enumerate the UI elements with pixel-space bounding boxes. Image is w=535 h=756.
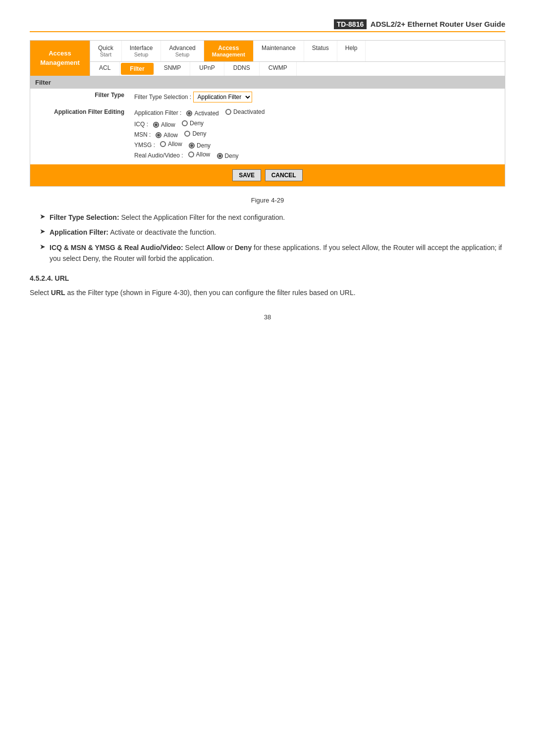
real-allow-label: Allow [196, 151, 211, 158]
msn-allow-label: Allow [163, 132, 178, 139]
header-title: ADSL2/2+ Ethernet Router User Guide [371, 20, 505, 28]
app-filter-editing-row: Application Filter Editing Application F… [30, 105, 505, 164]
deactivated-radio-group[interactable]: Deactivated [225, 108, 265, 115]
icq-allow-group[interactable]: Allow [153, 121, 175, 128]
section-4524: 4.5.2.4. URL Select URL as the Filter ty… [30, 274, 505, 299]
filter-section-header: Filter [30, 76, 505, 89]
page-number: 38 [30, 313, 505, 321]
bullet-2: ➤ Application Filter: Activate or deacti… [30, 227, 505, 238]
nav-main: Quick Start Interface Setup Advanced Set… [90, 41, 505, 76]
bullet-1-body: Select the Application Filter for the ne… [121, 213, 285, 221]
real-deny-group[interactable]: Deny [217, 152, 239, 159]
filter-table: Filter Type Filter Type Selection : Appl… [30, 89, 505, 164]
bullet-3-text: ICQ & MSN & YMSG & Real Audio/Video: Sel… [50, 242, 505, 264]
ymsg-row: YMSG : Allow Deny [134, 141, 500, 149]
nav-sub-upnp[interactable]: UPnP [190, 62, 224, 76]
cancel-button[interactable]: CANCEL [265, 169, 303, 181]
section-4524-text: Select URL as the Filter type (shown in … [30, 287, 505, 299]
nav-sub-ddns[interactable]: DDNS [224, 62, 260, 76]
bullet-2-text: Application Filter: Activate or deactiva… [50, 227, 216, 238]
app-filter-activated-row: Application Filter : Activated Deactivat… [134, 108, 500, 117]
msn-deny-group[interactable]: Deny [184, 130, 206, 137]
nav-item-maintenance[interactable]: Maintenance [254, 41, 304, 61]
real-audio-row: Real Audio/Video : Allow Deny [134, 151, 500, 159]
activated-label: Activated [194, 110, 218, 117]
bullet-2-body: Activate or deactivate the function. [110, 228, 216, 236]
nav-sub-acl[interactable]: ACL [90, 62, 120, 76]
activated-radio[interactable] [186, 110, 192, 116]
msn-label: MSN : [134, 131, 151, 138]
msn-allow-group[interactable]: Allow [156, 132, 178, 139]
real-audio-label: Real Audio/Video : [134, 152, 183, 159]
filter-type-row: Filter Type Filter Type Selection : Appl… [30, 89, 505, 105]
nav-sub-snmp[interactable]: SNMP [155, 62, 191, 76]
nav-item-help[interactable]: Help [337, 41, 366, 61]
page-header: TD-8816 ADSL2/2+ Ethernet Router User Gu… [30, 20, 505, 32]
nav-item-access-management[interactable]: Access Management [204, 41, 254, 61]
icq-allow-radio[interactable] [153, 122, 159, 128]
deactivated-label: Deactivated [233, 108, 265, 115]
button-row: SAVE CANCEL [30, 164, 505, 186]
model-badge: TD-8816 [334, 19, 367, 29]
msn-row: MSN : Allow Deny [134, 130, 500, 139]
content-area: Filter Filter Type Filter Type Selection… [30, 76, 505, 187]
app-filter-editing-label: Application Filter Editing [30, 105, 129, 164]
msn-deny-radio[interactable] [184, 131, 190, 137]
real-deny-label: Deny [225, 152, 239, 159]
filter-type-select[interactable]: Application Filter [193, 92, 252, 102]
real-allow-group[interactable]: Allow [188, 151, 211, 158]
icq-row: ICQ : Allow Deny [134, 120, 500, 128]
ymsg-label: YMSG : [134, 142, 155, 149]
real-allow-radio[interactable] [188, 151, 194, 157]
bullet-arrow-3: ➤ [40, 243, 46, 251]
figure-caption: Figure 4-29 [30, 197, 505, 204]
bullet-1-text: Filter Type Selection: Select the Applic… [50, 212, 285, 223]
nav-item-advanced-setup[interactable]: Advanced Setup [161, 41, 204, 61]
activated-radio-group[interactable]: Activated [186, 110, 218, 117]
icq-deny-group[interactable]: Deny [182, 120, 204, 127]
msn-allow-radio[interactable] [156, 132, 161, 138]
deactivated-radio[interactable] [225, 109, 231, 115]
ymsg-deny-radio[interactable] [189, 143, 195, 149]
bullet-3: ➤ ICQ & MSN & YMSG & Real Audio/Video: S… [30, 242, 505, 264]
app-filter-label: Application Filter : [134, 109, 181, 116]
nav-item-status[interactable]: Status [304, 41, 337, 61]
nav-sidebar-label: AccessManagement [30, 41, 90, 76]
ymsg-deny-label: Deny [197, 142, 211, 149]
bullet-arrow-1: ➤ [40, 212, 46, 220]
filter-type-label: Filter Type [30, 89, 129, 105]
nav-item-quick-start[interactable]: Quick Start [90, 41, 122, 61]
nav-top-row: Quick Start Interface Setup Advanced Set… [90, 41, 505, 62]
filter-type-value-cell: Filter Type Selection : Application Filt… [129, 89, 505, 105]
body-bullets: ➤ Filter Type Selection: Select the Appl… [30, 212, 505, 264]
nav-sub-filter[interactable]: Filter [121, 63, 154, 75]
nav-bar: AccessManagement Quick Start Interface S… [30, 40, 505, 76]
bullet-3-bold: ICQ & MSN & YMSG & Real Audio/Video: [50, 244, 183, 252]
bullet-arrow-2: ➤ [40, 227, 46, 235]
ymsg-allow-radio[interactable] [160, 141, 166, 147]
bullet-1: ➤ Filter Type Selection: Select the Appl… [30, 212, 505, 223]
ymsg-allow-group[interactable]: Allow [160, 141, 182, 148]
ymsg-deny-group[interactable]: Deny [189, 142, 211, 149]
real-deny-radio[interactable] [217, 153, 223, 159]
filter-type-selection-label: Filter Type Selection : [134, 94, 191, 101]
nav-sub-cwmp[interactable]: CWMP [260, 62, 297, 76]
icq-label: ICQ : [134, 121, 148, 128]
bullet-2-bold: Application Filter: [50, 228, 108, 236]
nav-sub-row: ACL Filter SNMP UPnP DDNS CWMP [90, 62, 505, 76]
ymsg-allow-label: Allow [168, 141, 182, 148]
nav-item-interface-setup[interactable]: Interface Setup [122, 41, 161, 61]
section-4524-heading: 4.5.2.4. URL [30, 274, 505, 282]
save-button[interactable]: SAVE [232, 169, 261, 181]
msn-deny-label: Deny [192, 130, 206, 137]
bullet-1-bold: Filter Type Selection: [50, 213, 119, 221]
icq-deny-radio[interactable] [182, 120, 188, 126]
app-filter-editing-cell: Application Filter : Activated Deactivat… [129, 105, 505, 164]
icq-deny-label: Deny [190, 120, 204, 127]
icq-allow-label: Allow [161, 121, 175, 128]
